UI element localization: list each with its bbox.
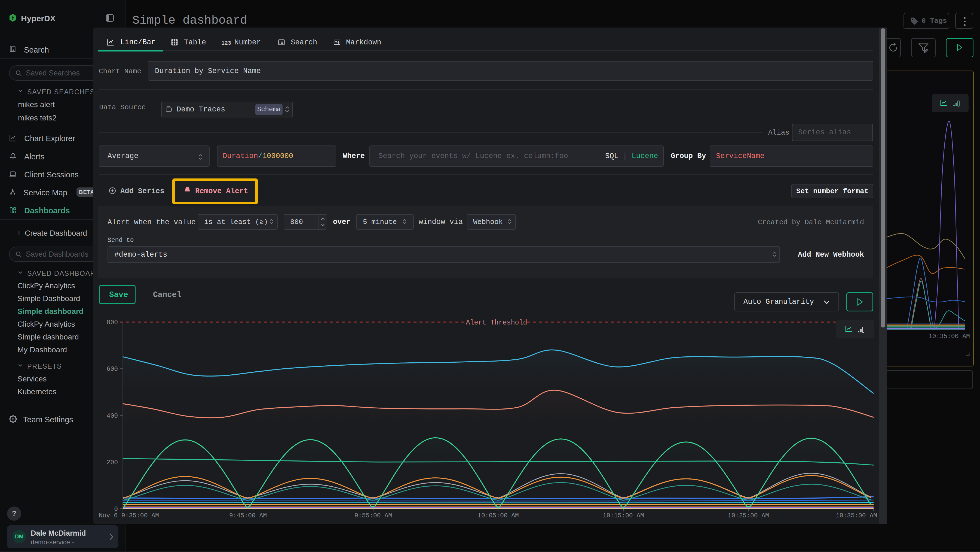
- svg-text:10:15:00 AM: 10:15:00 AM: [603, 512, 644, 519]
- svg-text:Nov 6 9:35:00 AM: Nov 6 9:35:00 AM: [99, 512, 159, 519]
- svg-text:0: 0: [114, 506, 118, 513]
- svg-text:600: 600: [107, 365, 118, 373]
- svg-text:9:45:00 AM: 9:45:00 AM: [229, 512, 267, 519]
- svg-text:10:25:00 AM: 10:25:00 AM: [728, 512, 769, 519]
- svg-text:Alert Threshold: Alert Threshold: [466, 319, 527, 327]
- svg-text:10:35:00 AM: 10:35:00 AM: [836, 512, 877, 519]
- svg-text:400: 400: [107, 413, 118, 420]
- svg-text:10:05:00 AM: 10:05:00 AM: [477, 512, 519, 519]
- svg-text:9:55:00 AM: 9:55:00 AM: [355, 512, 392, 519]
- svg-text:800: 800: [107, 319, 118, 326]
- svg-text:200: 200: [107, 459, 118, 466]
